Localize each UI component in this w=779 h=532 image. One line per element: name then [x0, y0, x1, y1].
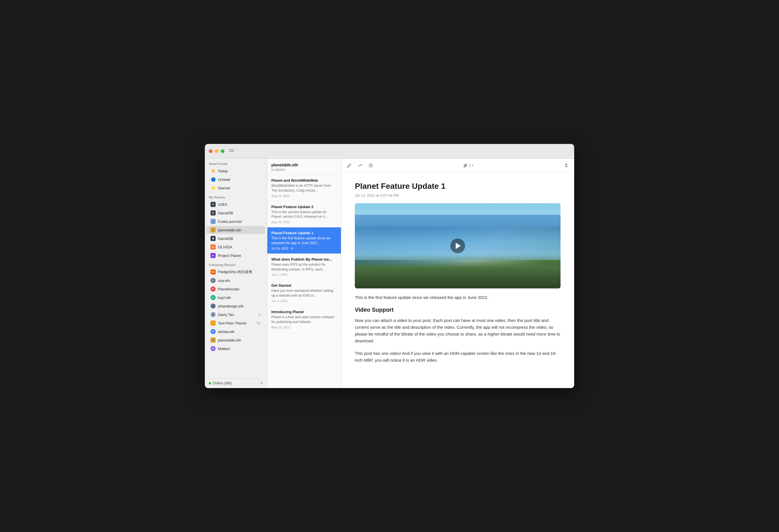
sidebar-item-gamedb-label: GameDB [218, 211, 261, 215]
sidebar-item-olivida-label: OLIVIDA [218, 245, 261, 249]
planetable2-avatar: 🌐 [211, 338, 216, 343]
hero-overlay [355, 203, 560, 288]
sidebar-item-v2ex-label: V2EX [218, 202, 261, 207]
sidebar-item-planetable2[interactable]: 🌐 planetable.eth [206, 336, 265, 344]
article-date-4: Jun 1, 2022 [271, 273, 288, 276]
article-title-1: Planet and WorldWideWeb [271, 178, 337, 183]
reader-toolbar: 1 ▾ [341, 159, 574, 172]
add-planet-button[interactable]: + [260, 381, 263, 386]
attachment-chevron: ▾ [472, 164, 473, 167]
article-meta-1: Aug 18, 2022 [271, 194, 337, 198]
sidebar-item-yihandesign[interactable]: 👤 yihandesign.eth [206, 302, 265, 310]
online-status: Online (389) [209, 381, 232, 385]
article-item-4[interactable]: What does Publish My Planet me... Planet… [267, 254, 341, 280]
article-item-3[interactable]: Planet Feature Update 1 This is the firs… [267, 227, 341, 254]
reader-article-date: Jul 14, 2022 at 9:07:46 PM [355, 193, 560, 198]
sidebar-item-planetable[interactable]: 🌐 planetable.eth [206, 226, 265, 234]
starred-icon: ⭐ [211, 185, 216, 191]
olivida-avatar: 🌸 [211, 245, 216, 250]
sidebar-item-matters[interactable]: M Matters [206, 345, 265, 352]
testplain-badge: 51 [256, 321, 261, 325]
article-excerpt-6: Planet is a free and open-source softwar… [271, 315, 337, 325]
close-button[interactable] [209, 149, 213, 153]
article-item-6[interactable]: Introducing Planet Planet is a free and … [267, 306, 341, 333]
unread-icon: 🔵 [211, 177, 216, 182]
sidebar-item-kayf[interactable]: K kayf.eth [206, 293, 265, 302]
article-excerpt-2: This is the second feature update for Pl… [271, 210, 337, 219]
sidebar-item-garrytan-label: Garry Tan [218, 313, 255, 317]
title-bar [205, 144, 574, 159]
olivida2-avatar: O [211, 329, 216, 334]
online-label: Online (389) [213, 381, 232, 385]
sidebar-item-fledge[interactable]: F8 FledgeShiu 的垃圾堆 [206, 268, 265, 276]
article-title-3: Planet Feature Update 1 [271, 231, 337, 235]
info-icon[interactable] [367, 162, 374, 169]
attachment-button[interactable]: 1 ▾ [464, 163, 473, 168]
play-button[interactable] [450, 239, 465, 253]
article-date-3: Jul 14, 2022 [271, 247, 288, 250]
article-meta-2: Aug 15, 2022 [271, 220, 337, 224]
article-list-count: 6 articles [271, 168, 337, 172]
reader-article-title: Planet Feature Update 1 [355, 181, 560, 191]
reader-body: Planet Feature Update 1 Jul 14, 2022 at … [341, 172, 574, 388]
sidebar-item-gamedb2-label: GameDB [218, 237, 261, 241]
article-item-5[interactable]: Get Started Have you ever wondered wheth… [267, 280, 341, 306]
sidebar-item-projplanet-label: Project Planet [218, 254, 261, 258]
reader: 1 ▾ Planet Feature Update 1 Jul 14, 2022… [341, 159, 574, 388]
share-icon[interactable] [563, 162, 570, 169]
sidebar-item-testplain[interactable]: ✨ Test Plain Theme 51 [206, 319, 265, 327]
main-content: Smart Feeds ☀️ Today 🔵 Unread ⭐ Starred … [205, 159, 574, 388]
article-title-4: What does Publish My Planet me... [271, 257, 337, 261]
sidebar-item-olivida[interactable]: 🌸 OLIVIDA [206, 243, 265, 251]
chart-icon[interactable] [357, 162, 363, 169]
sidebar-toggle-button[interactable] [229, 149, 234, 153]
sidebar-item-codelauncher[interactable]: 🚀 CodeLauncher [206, 217, 265, 225]
edit-icon[interactable] [346, 162, 353, 169]
sidebar-item-projplanet[interactable]: 🪐 Project Planet [206, 252, 265, 260]
sidebar-item-kayf-label: kayf.eth [218, 295, 261, 300]
article-date-2: Aug 15, 2022 [271, 220, 290, 224]
minimize-button[interactable] [215, 149, 219, 153]
sidebar-item-starred[interactable]: ⭐ Starred [206, 184, 265, 192]
sidebar-item-matters-label: Matters [218, 347, 261, 351]
article-date-1: Aug 18, 2022 [271, 194, 290, 198]
sidebar-item-coa-label: coa.eth [218, 278, 261, 283]
article-list-header: planetable.eth 6 articles [267, 159, 341, 175]
matters-avatar: M [211, 346, 216, 351]
sidebar-item-unread-label: Unread [218, 178, 261, 182]
gamedb2-avatar: 🖥 [211, 236, 216, 241]
sidebar-item-gamedb2[interactable]: 🖥 GameDB [206, 235, 265, 243]
sidebar-item-yihandesign-label: yihandesign.eth [218, 304, 261, 308]
sidebar-item-gamedb[interactable]: G GameDB [206, 209, 265, 217]
sidebar: Smart Feeds ☀️ Today 🔵 Unread ⭐ Starred … [205, 159, 267, 388]
sidebar-item-garrytan[interactable]: 👤 Garry Tan 4 [206, 311, 265, 319]
codelauncher-avatar: 🚀 [211, 219, 216, 224]
sidebar-item-planetable2-label: planetable.eth [218, 338, 261, 342]
sidebar-item-unread[interactable]: 🔵 Unread [206, 176, 265, 183]
reader-body-text: Now you can attach a video to your post.… [355, 317, 560, 344]
online-dot [209, 382, 211, 384]
article-excerpt-3: This is the first feature update since w… [271, 236, 337, 246]
article-item-1[interactable]: Planet and WorldWideWeb WorldWideWeb is … [267, 175, 341, 201]
sidebar-item-planetable-label: planetable.eth [218, 228, 261, 232]
today-icon: ☀️ [211, 168, 216, 174]
gamedb-avatar: G [211, 210, 216, 215]
maximize-button[interactable] [221, 149, 225, 153]
planetable-avatar: 🌐 [211, 227, 216, 232]
coa-avatar: C [211, 278, 216, 283]
sidebar-item-planethunter[interactable]: P PlanetHunter [206, 285, 265, 293]
planethunter-avatar: P [211, 286, 216, 291]
projplanet-avatar: 🪐 [211, 253, 216, 258]
following-planets-label: Following Planets [205, 260, 267, 268]
sidebar-item-codelauncher-label: CodeLauncher [218, 219, 261, 224]
article-list: planetable.eth 6 articles Planet and Wor… [267, 159, 341, 388]
sidebar-item-v2ex[interactable]: V V2EX [206, 200, 265, 208]
attachment-count: 1 [469, 163, 471, 168]
article-list-body: Planet and WorldWideWeb WorldWideWeb is … [267, 175, 341, 388]
sidebar-item-today[interactable]: ☀️ Today [206, 167, 265, 175]
smart-feeds-label: Smart Feeds [205, 159, 267, 167]
sidebar-item-olivida2[interactable]: O olivida.eth [206, 328, 265, 336]
sidebar-item-coa[interactable]: C coa.eth [206, 276, 265, 284]
article-title-2: Planet Feature Update 2 [271, 205, 337, 209]
article-item-2[interactable]: Planet Feature Update 2 This is the seco… [267, 201, 341, 228]
